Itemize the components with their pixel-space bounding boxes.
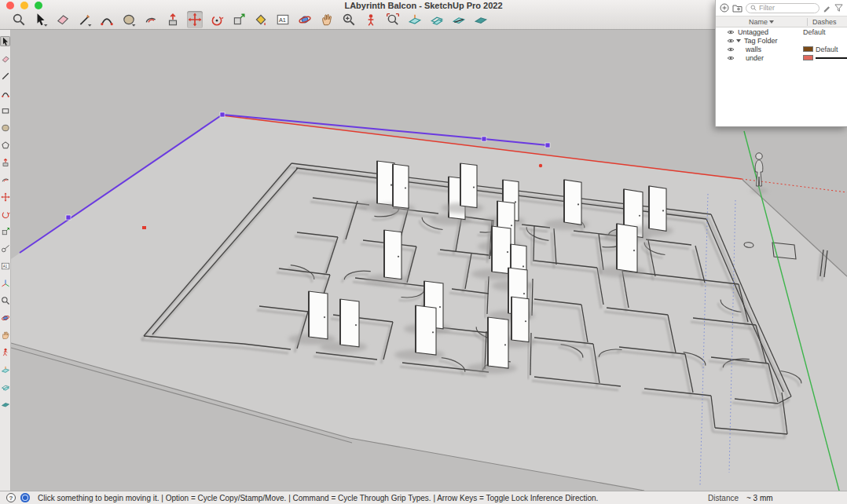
inference-mark xyxy=(142,226,146,229)
scale-icon xyxy=(232,13,246,27)
tag-row-untagged[interactable]: Untagged Default xyxy=(716,27,847,36)
shapes-tool-button[interactable] xyxy=(121,11,137,28)
palette-rectangle-tool[interactable] xyxy=(0,105,10,115)
tool-palette: A1 xyxy=(0,30,11,491)
tag-row-under[interactable]: under xyxy=(716,53,847,62)
pencil-icon xyxy=(823,4,831,13)
palette-section-fill-toggle[interactable] xyxy=(0,399,10,409)
tag-dash-style[interactable]: Default xyxy=(816,46,838,53)
zoom-tool-button[interactable] xyxy=(341,11,357,28)
palette-orbit-tool[interactable] xyxy=(0,312,10,323)
select-arrow-icon xyxy=(34,13,48,27)
add-tag-button[interactable] xyxy=(720,3,729,13)
selection-handle[interactable] xyxy=(220,112,225,117)
display-section-fill-toggle[interactable] xyxy=(473,11,489,28)
name-column-header[interactable]: Name xyxy=(749,18,774,26)
tag-row-folder[interactable]: Tag Folder xyxy=(716,36,847,45)
measurement-box: Distance ~ 3 mm xyxy=(708,494,792,502)
paint-bucket-tool-button[interactable] xyxy=(253,11,269,28)
offset-icon xyxy=(144,13,158,27)
arc-icon xyxy=(100,13,114,27)
zoom-extents-tool-button[interactable] xyxy=(385,11,401,28)
tag-dash-style[interactable]: Default xyxy=(803,28,826,36)
palette-text-tool[interactable]: A1 xyxy=(0,261,10,271)
selection-handle[interactable] xyxy=(66,215,71,220)
zoom-extents-icon xyxy=(386,13,400,27)
palette-section-plane-tool[interactable] xyxy=(0,364,10,374)
section-plane-tool-button[interactable] xyxy=(407,11,423,28)
search-icon xyxy=(750,5,757,11)
arc-tool-button[interactable] xyxy=(99,11,115,28)
help-icon[interactable]: ? xyxy=(6,493,16,502)
polygon-icon xyxy=(1,141,10,150)
add-folder-icon xyxy=(732,3,742,13)
search-tool-button[interactable] xyxy=(11,11,27,28)
purge-tags-button[interactable] xyxy=(834,4,843,13)
palette-offset-tool[interactable] xyxy=(0,174,10,184)
section-plane-icon xyxy=(1,365,10,374)
tag-dash-preview[interactable] xyxy=(816,57,847,59)
tag-row-walls[interactable]: walls Default xyxy=(716,45,847,53)
display-section-cuts-toggle[interactable] xyxy=(451,11,467,28)
measurement-value[interactable]: ~ 3 mm xyxy=(746,494,792,502)
dashes-column-header[interactable]: Dashes xyxy=(808,18,847,26)
tag-color-swatch[interactable] xyxy=(803,46,813,52)
rotate-icon xyxy=(210,13,224,27)
palette-scale-tool[interactable] xyxy=(0,226,10,236)
position-camera-tool-button[interactable] xyxy=(363,11,379,28)
tag-color-swatch[interactable] xyxy=(803,55,813,60)
visibility-eye-icon[interactable] xyxy=(727,29,736,35)
display-section-planes-toggle[interactable] xyxy=(429,11,445,28)
visibility-eye-icon[interactable] xyxy=(727,55,736,61)
eraser-icon xyxy=(1,54,10,64)
status-bar: ? Click something to begin moving it. | … xyxy=(0,491,847,504)
pushpull-tool-button[interactable] xyxy=(165,11,181,28)
pan-tool-button[interactable] xyxy=(319,11,335,28)
rectangle-icon xyxy=(1,106,10,115)
palette-arc-tool[interactable] xyxy=(0,88,10,98)
palette-circle-tool[interactable] xyxy=(0,122,10,133)
folder-disclosure-icon[interactable] xyxy=(736,39,742,42)
palette-section-planes-toggle[interactable] xyxy=(0,382,10,392)
add-tag-folder-button[interactable] xyxy=(732,3,742,13)
filter-placeholder: Filter xyxy=(759,4,775,12)
move-tool-button[interactable] xyxy=(187,11,203,28)
palette-pan-tool[interactable] xyxy=(0,330,10,340)
edit-tag-button[interactable] xyxy=(823,4,831,13)
text-icon: A1 xyxy=(276,13,290,27)
text-tool-button[interactable]: A1 xyxy=(275,11,291,28)
select-tool-button[interactable] xyxy=(33,11,49,28)
geolocation-icon[interactable] xyxy=(20,493,30,502)
palette-pushpull-tool[interactable] xyxy=(0,157,10,167)
selection-handle[interactable] xyxy=(545,143,550,148)
visibility-eye-icon[interactable] xyxy=(727,46,736,53)
status-message: Click something to begin moving it. | Op… xyxy=(38,494,598,502)
tag-filter-input[interactable]: Filter xyxy=(746,3,820,13)
palette-line-tool[interactable] xyxy=(0,71,10,81)
arc-icon xyxy=(1,89,10,98)
palette-rotate-tool[interactable] xyxy=(0,209,10,219)
palette-tape-measure-tool[interactable] xyxy=(0,243,10,254)
visibility-eye-icon[interactable] xyxy=(727,38,736,44)
palette-walk-tool[interactable] xyxy=(0,347,10,357)
rotate-tool-button[interactable] xyxy=(209,11,225,28)
orbit-tool-button[interactable] xyxy=(297,11,313,28)
measurement-label: Distance xyxy=(708,494,739,502)
palette-zoom-tool[interactable] xyxy=(0,295,10,305)
text-icon: A1 xyxy=(1,261,10,271)
eraser-tool-button[interactable] xyxy=(55,11,71,28)
scale-tool-button[interactable] xyxy=(231,11,247,28)
palette-polygon-tool[interactable] xyxy=(0,140,10,150)
section-planes-icon xyxy=(430,13,444,27)
selection-handle[interactable] xyxy=(482,137,486,141)
line-tool-button[interactable] xyxy=(77,11,93,28)
paint-bucket-icon xyxy=(254,13,268,27)
section-fill-icon xyxy=(1,400,10,409)
palette-axes-tool[interactable] xyxy=(0,278,10,288)
palette-move-tool[interactable] xyxy=(0,192,10,202)
offset-tool-button[interactable] xyxy=(143,11,159,28)
svg-text:A1: A1 xyxy=(279,16,286,24)
palette-eraser-tool[interactable] xyxy=(0,53,10,64)
move-icon xyxy=(188,13,202,27)
palette-select-tool[interactable] xyxy=(0,36,10,46)
